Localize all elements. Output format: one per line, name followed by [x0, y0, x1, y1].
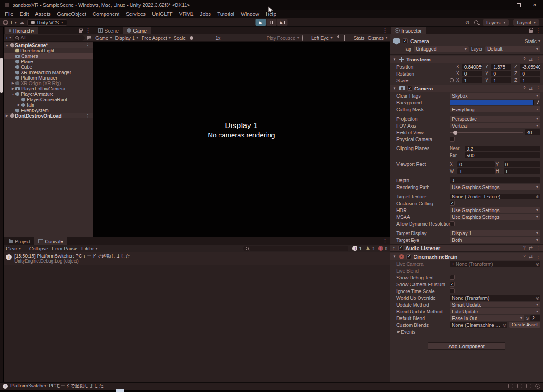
- eye-dropdown[interactable]: Left Eye▾: [311, 35, 333, 41]
- status-console-icon[interactable]: [517, 384, 522, 388]
- kebab-menu-icon[interactable]: ⋮: [536, 254, 541, 260]
- collapse-button[interactable]: Collapse: [29, 246, 48, 251]
- menu-item-vrm1[interactable]: VRM1: [176, 11, 197, 17]
- help-icon[interactable]: ?: [523, 254, 526, 259]
- menu-item-edit[interactable]: Edit: [17, 11, 32, 17]
- menu-item-services[interactable]: Services: [123, 11, 149, 17]
- object-picker-icon[interactable]: ◎: [536, 262, 539, 266]
- menu-item-unigltf[interactable]: UniGLTF: [149, 11, 176, 17]
- collapsed-arrow-icon[interactable]: ▶: [10, 81, 15, 85]
- add-component-button[interactable]: Add Component: [428, 342, 505, 350]
- object-picker-icon[interactable]: ◎: [503, 323, 506, 327]
- active-checkbox[interactable]: ✓: [403, 38, 408, 43]
- menu-item-gameobject[interactable]: GameObject: [54, 11, 90, 17]
- default-blend-dropdown[interactable]: Ease In Out▾: [450, 315, 524, 321]
- target-display-dropdown[interactable]: Display 1▾: [450, 230, 540, 236]
- viewport-rect-y-field[interactable]: 0: [504, 161, 541, 167]
- clear-button[interactable]: Clear▾: [6, 246, 21, 251]
- kebab-menu-icon[interactable]: ⋮: [536, 85, 541, 91]
- field-of-view-field[interactable]: 40: [525, 129, 540, 135]
- transform-scale-x-field[interactable]: 1: [462, 77, 482, 83]
- component-enabled-checkbox[interactable]: ✓: [398, 246, 403, 250]
- create-asset-button[interactable]: Create Asset: [509, 322, 540, 328]
- aspect-ratio-dropdown[interactable]: Free Aspect▾: [142, 35, 171, 41]
- expanded-arrow-icon[interactable]: ▼: [392, 57, 397, 61]
- search-icon[interactable]: [474, 20, 478, 24]
- menu-item-assets[interactable]: Assets: [32, 11, 54, 17]
- transform-rotation-x-field[interactable]: 0: [462, 71, 482, 76]
- kebab-menu-icon[interactable]: ⋮: [536, 57, 541, 62]
- color-swatch[interactable]: [450, 100, 534, 105]
- tab-inspector[interactable]: Inspector: [391, 27, 426, 34]
- xr-settings-icon[interactable]: [302, 35, 308, 40]
- blend-update-method-dropdown[interactable]: Late Update▾: [450, 308, 540, 314]
- clipping-planes-near-field[interactable]: 0.2: [465, 146, 540, 151]
- kebab-menu-icon[interactable]: ⋮: [86, 113, 93, 118]
- update-method-dropdown[interactable]: Smart Update▾: [450, 302, 540, 307]
- culling-mask-dropdown[interactable]: Everything▾: [450, 106, 540, 112]
- transform-position-y-field[interactable]: 1.375: [491, 64, 511, 70]
- transform-scale-y-field[interactable]: 1: [491, 77, 511, 83]
- error-filter-button[interactable]: !0: [378, 246, 387, 251]
- kebab-menu-icon[interactable]: ⋮: [536, 245, 541, 251]
- collapsed-arrow-icon[interactable]: ▶: [5, 114, 10, 118]
- account-avatar-icon[interactable]: [3, 20, 8, 25]
- occlusion-culling-checkbox[interactable]: ✓: [450, 201, 455, 206]
- transform-position-z-field[interactable]: -3.059407: [520, 64, 540, 70]
- transform-position-x-field[interactable]: 0.8400593: [462, 64, 482, 70]
- minimize-button[interactable]: –: [494, 0, 510, 10]
- display-dropdown[interactable]: Display 1▾: [115, 35, 138, 41]
- status-panel-icon[interactable]: [526, 384, 531, 388]
- console-search-input[interactable]: [243, 246, 348, 251]
- msaa-dropdown[interactable]: Use Graphics Settings▾: [450, 214, 540, 220]
- tab-scene[interactable]: Scene: [94, 27, 123, 34]
- play-button[interactable]: ▶: [256, 19, 266, 26]
- hierarchy-item-platformmanager[interactable]: PlatformManager: [4, 75, 93, 80]
- collapsed-arrow-icon[interactable]: ▶: [396, 330, 401, 334]
- kebab-menu-icon[interactable]: ⋮: [382, 238, 387, 244]
- error-pause-button[interactable]: Error Pause: [52, 246, 77, 251]
- slider-thumb[interactable]: [453, 131, 457, 135]
- status-bar[interactable]: ! PlatformSwitcher: PCモードで起動しました: [0, 382, 543, 390]
- hierarchy-item-xr-origin-xr-rig[interactable]: ▶XR Origin (XR Rig): [4, 80, 93, 86]
- account-dropdown[interactable]: L▾: [11, 20, 17, 25]
- hierarchy-item-eventsystem[interactable]: EventSystem: [4, 108, 93, 113]
- add-gameobject-button[interactable]: +▾: [5, 35, 11, 41]
- metrics-button[interactable]: [344, 35, 350, 40]
- gameobject-name-field[interactable]: Camera: [410, 38, 522, 44]
- editor-dropdown[interactable]: Editor▾: [81, 246, 97, 251]
- close-button[interactable]: ×: [527, 0, 543, 10]
- camera-component-header[interactable]: ▼ ✓ Camera ? ⇄ ⋮: [390, 85, 543, 92]
- hierarchy-search-input[interactable]: All: [13, 35, 85, 41]
- mute-audio-button[interactable]: [335, 35, 341, 40]
- kebab-menu-icon[interactable]: ⋮: [86, 43, 93, 48]
- tab-console[interactable]: Console: [34, 237, 67, 245]
- transform-rotation-y-field[interactable]: 0: [491, 71, 511, 76]
- show-camera-frustum-checkbox[interactable]: ✓: [450, 282, 455, 287]
- stats-button[interactable]: Stats: [353, 35, 364, 41]
- hierarchy-item-samplescene[interactable]: ▼SampleScene*⋮: [4, 43, 93, 48]
- status-xr-icon[interactable]: [508, 384, 513, 388]
- collapsed-arrow-icon[interactable]: ▶: [10, 87, 15, 90]
- menu-item-file[interactable]: File: [2, 11, 17, 17]
- object-picker-icon[interactable]: ◎: [536, 194, 539, 199]
- layout-dropdown[interactable]: Layout▾: [513, 19, 539, 26]
- eyedropper-icon[interactable]: [536, 100, 540, 105]
- collapsed-arrow-icon[interactable]: ▶: [16, 103, 21, 107]
- hierarchy-item-dontdestroyonload[interactable]: ▶DontDestroyOnLoad⋮: [4, 113, 93, 118]
- expanded-arrow-icon[interactable]: ▼: [10, 93, 15, 96]
- link-scale-icon[interactable]: [450, 78, 454, 82]
- kebab-menu-icon[interactable]: ⋮: [536, 28, 541, 33]
- hierarchy-item-cube[interactable]: Cube: [4, 64, 93, 70]
- projection-dropdown[interactable]: Perspective▾: [450, 116, 540, 122]
- default-blend-time-field[interactable]: 2: [530, 315, 540, 321]
- audio-listener-component-header[interactable]: ∩ ✓ Audio Listener ? ⇄ ⋮: [390, 244, 543, 252]
- clipping-planes-far-field[interactable]: 500: [465, 152, 540, 158]
- tag-dropdown[interactable]: Untagged▾: [414, 46, 469, 52]
- presets-icon[interactable]: ⇄: [529, 246, 533, 250]
- kebab-menu-icon[interactable]: ⋮: [86, 28, 90, 33]
- clear-flags-dropdown[interactable]: Skybox▾: [450, 93, 540, 99]
- kebab-menu-icon[interactable]: ⋮: [382, 28, 387, 33]
- expanded-arrow-icon[interactable]: ▼: [5, 44, 10, 47]
- show-debug-text-checkbox[interactable]: [450, 275, 455, 280]
